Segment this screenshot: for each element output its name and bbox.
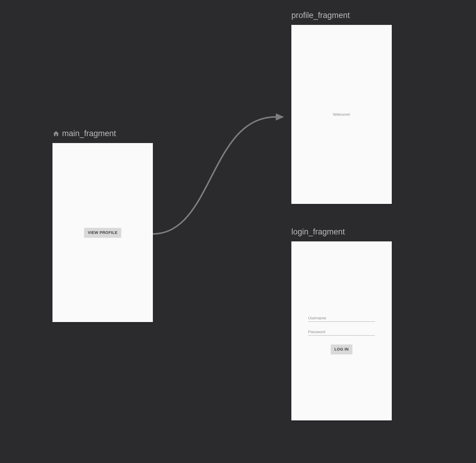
main-fragment-node[interactable]: main_fragment VIEW PROFILE: [52, 129, 153, 322]
main-fragment-label: main_fragment: [62, 129, 116, 138]
login-fragment-node[interactable]: login_fragment LOG IN: [291, 227, 392, 420]
view-profile-button[interactable]: VIEW PROFILE: [84, 228, 121, 237]
nav-action-arrow: [153, 111, 291, 243]
home-icon: [52, 130, 60, 137]
login-fragment-screen: LOG IN: [291, 241, 392, 420]
profile-fragment-screen: Welcome!: [291, 25, 392, 204]
svg-marker-0: [276, 113, 284, 121]
profile-fragment-label: profile_fragment: [291, 11, 350, 20]
login-fragment-label-row: login_fragment: [291, 227, 392, 237]
login-fragment-label: login_fragment: [291, 227, 345, 237]
main-fragment-label-row: main_fragment: [52, 129, 153, 138]
profile-fragment-label-row: profile_fragment: [291, 11, 392, 20]
password-field[interactable]: [308, 328, 375, 336]
username-field[interactable]: [308, 315, 375, 322]
navigation-graph-canvas: main_fragment VIEW PROFILE profile_fragm…: [0, 0, 476, 463]
profile-fragment-node[interactable]: profile_fragment Welcome!: [291, 11, 392, 204]
login-button-row: LOG IN: [308, 345, 375, 354]
main-fragment-screen: VIEW PROFILE: [52, 143, 153, 322]
welcome-text: Welcome!: [333, 112, 350, 117]
login-button[interactable]: LOG IN: [331, 345, 353, 354]
